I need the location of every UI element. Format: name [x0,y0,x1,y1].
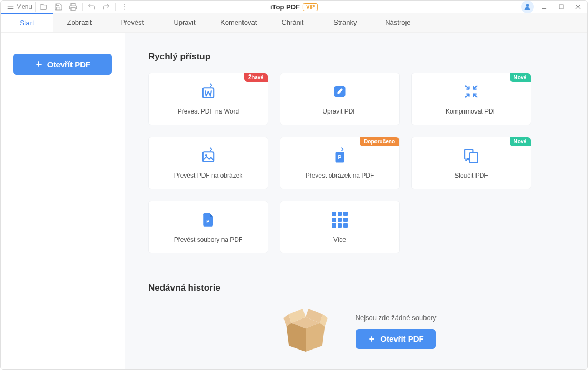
tab-label: Stránky [333,18,357,26]
plus-icon [35,60,43,68]
empty-right: Nejsou zde žádné soubory Otevřít PDF [356,314,437,349]
dots-vertical-icon [120,3,129,11]
svg-point-4 [124,4,125,5]
badge-hot: Žhavé [244,73,268,82]
print-icon [69,3,77,11]
pdf-icon: P [331,147,349,165]
titlebar: Menu iTop PDF VIP [1,1,587,13]
more-button[interactable] [118,1,131,13]
card-label: Převést obrázek na PDF [306,172,374,179]
card-pdf-to-word[interactable]: Žhavé Převést PDF na Word [148,73,268,125]
tab-chranit[interactable]: Chránit [266,13,319,32]
open-pdf-label: Otevřít PDF [380,334,424,343]
merge-icon [462,147,480,165]
svg-text:P: P [206,219,209,224]
menu-label: Menu [16,3,32,11]
svg-point-5 [124,6,125,7]
minimize-icon [541,3,548,11]
open-pdf-button[interactable]: Otevřít PDF [13,54,112,75]
svg-point-7 [526,4,529,7]
vip-badge[interactable]: VIP [303,3,318,11]
menu-button[interactable]: Menu [4,2,36,12]
open-pdf-button-history[interactable]: Otevřít PDF [356,329,437,349]
body: Otevřít PDF Rychlý přístup Žhavé Převést… [1,33,587,370]
image-icon [199,147,217,165]
close-button[interactable] [572,1,584,13]
folder-open-icon [39,3,48,11]
save-button[interactable] [52,1,65,13]
badge-new: Nové [510,73,531,82]
redo-icon [102,3,110,11]
tab-nastroje[interactable]: Nástroje [371,13,424,32]
tab-prevest[interactable]: Převést [106,13,158,32]
tab-komentovat[interactable]: Komentovat [211,13,266,32]
open-pdf-label: Otevřít PDF [47,60,91,69]
minimize-button[interactable] [538,1,551,13]
svg-point-6 [124,9,125,10]
history-empty: Nejsou zde žádné soubory Otevřít PDF [148,304,564,358]
titlebar-left: Menu [4,1,131,13]
svg-rect-9 [559,5,563,9]
plus-icon [368,335,376,343]
card-pdf-to-image[interactable]: Převést PDF na obrázek [148,137,268,189]
maximize-icon [558,4,564,10]
tab-label: Start [19,19,34,27]
tab-label: Zobrazit [67,18,92,26]
svg-rect-21 [470,153,478,163]
apps-grid-icon [331,211,349,229]
titlebar-right [521,1,584,13]
tab-upravit[interactable]: Upravit [158,13,211,32]
divider [115,3,116,11]
svg-text:P: P [338,155,342,160]
empty-text: Nejsou zde žádné soubory [356,314,437,322]
svg-point-17 [205,154,207,156]
undo-button[interactable] [85,1,98,13]
hamburger-icon [7,3,14,11]
card-label: Převést PDF na obrázek [174,172,243,179]
quick-access-grid: Žhavé Převést PDF na Word Upravit PDF No… [148,73,564,253]
svg-rect-14 [203,88,214,98]
quick-access-title: Rychlý přístup [148,52,564,62]
app-title: iTop PDF [270,3,300,11]
card-label: Převést PDF na Word [178,108,239,115]
divider [82,3,83,11]
edit-icon [331,83,349,100]
history-section: Nedávná historie Nejsou zde žádné soubor… [148,283,564,358]
tab-label: Nástroje [385,18,410,26]
card-merge-pdf[interactable]: Nové Sloučit PDF [411,137,531,189]
tabbar: Start Zobrazit Převést Upravit Komentova… [1,13,587,33]
tab-start[interactable]: Start [1,13,53,32]
badge-recommend: Doporučeno [360,137,399,146]
tab-label: Převést [120,18,144,26]
redo-button[interactable] [99,1,113,13]
user-account-button[interactable] [521,1,534,13]
open-file-button[interactable] [37,1,50,13]
tab-zobrazit[interactable]: Zobrazit [53,13,106,32]
card-compress-pdf[interactable]: Nové Komprimovat PDF [411,73,531,125]
card-label: Sloučit PDF [454,172,488,179]
compress-icon [462,83,480,100]
badge-new: Nové [510,137,531,146]
card-image-to-pdf[interactable]: Doporučeno P Převést obrázek na PDF [280,137,400,189]
card-label: Upravit PDF [322,108,357,115]
card-files-to-pdf[interactable]: P Převést soubory na PDF [148,201,268,253]
user-icon [523,3,532,11]
sidebar: Otevřít PDF [1,33,125,370]
word-icon [199,83,217,100]
card-label: Převést soubory na PDF [174,236,243,243]
undo-icon [87,3,96,11]
card-label: Více [333,236,346,243]
maximize-button[interactable] [555,1,567,13]
tab-stranky[interactable]: Stránky [319,13,371,32]
svg-rect-16 [203,152,214,162]
card-label: Komprimovat PDF [445,108,497,115]
main-content: Rychlý přístup Žhavé Převést PDF na Word… [125,33,587,370]
tab-label: Komentovat [220,18,257,26]
card-edit-pdf[interactable]: Upravit PDF [280,73,400,125]
print-button[interactable] [66,1,80,13]
tab-label: Upravit [174,18,195,26]
history-title: Nedávná historie [148,283,564,293]
svg-rect-3 [71,7,75,10]
titlebar-center: iTop PDF VIP [270,3,318,11]
card-more[interactable]: Více [280,201,400,253]
